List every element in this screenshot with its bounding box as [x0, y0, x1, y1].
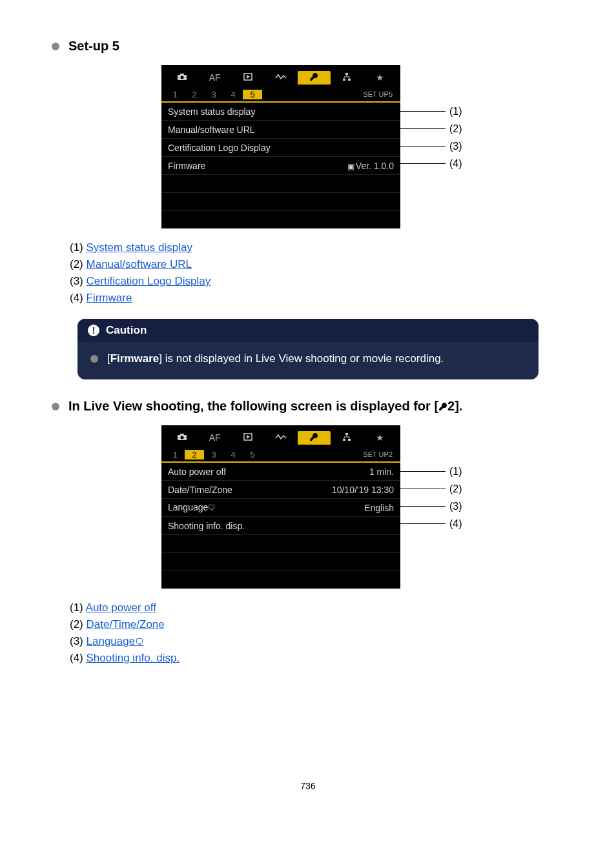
- callout-2: (2): [400, 120, 462, 137]
- tab-star-icon: ★: [364, 72, 396, 83]
- page-tab-4: 4: [223, 90, 243, 99]
- callout-3: (3): [400, 137, 462, 155]
- page-tab-2: 2: [185, 90, 204, 99]
- page-tab-3: 3: [204, 450, 223, 459]
- page-tab-bar: 1 2 3 4 5 SET UP5: [161, 87, 400, 103]
- menu-row: Firmware ▣Ver. 1.0.0: [161, 157, 400, 175]
- camera-icon: ▣: [347, 162, 354, 171]
- callout-4: (4): [400, 155, 462, 172]
- svg-rect-7: [348, 79, 351, 81]
- menu-label: Shooting info. disp.: [168, 521, 245, 531]
- legend-item: (2) Date/Time/Zone: [70, 618, 564, 631]
- tab-camera-icon: [165, 72, 198, 83]
- menu-label: Certification Logo Display: [168, 143, 271, 153]
- menu-label: Manual/software URL: [168, 125, 255, 135]
- menu-label: Date/Time/Zone: [168, 485, 232, 495]
- tab-network-icon: [331, 72, 364, 83]
- menu-row: Certification Logo Display: [161, 139, 400, 157]
- menu-label: Auto power off: [168, 467, 226, 477]
- page-label: SET UP2: [363, 450, 396, 458]
- legend-item: (2) Manual/software URL: [70, 258, 564, 271]
- tab-af: AF: [198, 432, 231, 443]
- legend-item: (3) Language🗨: [70, 635, 564, 648]
- callout-1: (1): [400, 463, 462, 480]
- tab-camera-icon: [165, 432, 198, 443]
- section-heading: In Live View shooting, the following scr…: [52, 399, 564, 414]
- svg-marker-4: [247, 75, 250, 79]
- callout-column: (1) (2) (3) (4): [400, 65, 462, 172]
- menu-row: Language🗨 English: [161, 499, 400, 517]
- svg-marker-12: [247, 435, 250, 439]
- svg-rect-14: [343, 439, 345, 441]
- svg-point-2: [180, 76, 183, 79]
- svg-point-10: [180, 436, 183, 439]
- legend-item: (4) Firmware: [70, 292, 564, 305]
- callout-3: (3): [400, 498, 462, 515]
- top-tab-bar: AF ★: [161, 65, 400, 87]
- legend-list: (1) System status display (2) Manual/sof…: [70, 241, 564, 305]
- page-tab-5: 5: [243, 90, 262, 99]
- page-tab-bar: 1 2 3 4 5 SET UP2: [161, 447, 400, 463]
- tab-play-icon: [231, 72, 264, 83]
- menu-value: 1 min.: [369, 467, 394, 477]
- menu-row: System status display: [161, 103, 400, 121]
- menu-value: ▣Ver. 1.0.0: [347, 161, 394, 171]
- tab-wave-icon: [264, 432, 297, 443]
- page-tab-4: 4: [223, 450, 243, 459]
- menu-label: System status display: [168, 106, 255, 117]
- link-system-status[interactable]: System status display: [87, 241, 192, 254]
- page-tab-3: 3: [204, 90, 223, 99]
- link-cert-logo[interactable]: Certification Logo Display: [87, 275, 211, 287]
- caution-text: [Firmware] is not displayed in Live View…: [107, 352, 444, 365]
- menu-value: 10/10/'19 13:30: [332, 485, 394, 495]
- caution-box: ! Caution [Firmware] is not displayed in…: [77, 319, 539, 379]
- callout-2: (2): [400, 480, 462, 498]
- svg-rect-6: [343, 79, 345, 81]
- caution-title: Caution: [106, 324, 147, 337]
- bullet-icon: [90, 355, 98, 363]
- legend-list: (1) Auto power off (2) Date/Time/Zone (3…: [70, 601, 564, 665]
- link-firmware[interactable]: Firmware: [87, 292, 132, 304]
- svg-rect-9: [180, 434, 184, 436]
- bullet-icon: [52, 43, 59, 50]
- tab-star-icon: ★: [364, 432, 396, 443]
- link-auto-power-off[interactable]: Auto power off: [86, 601, 156, 614]
- page-number: 736: [52, 781, 564, 791]
- camera-menu-screenshot: AF ★ 1 2 3 4 5 SET UP5 System status dis: [161, 65, 400, 228]
- link-shooting-info[interactable]: Shooting info. disp.: [87, 652, 180, 664]
- legend-item: (1) System status display: [70, 241, 564, 254]
- caution-icon: !: [88, 325, 99, 336]
- callout-column: (1) (2) (3) (4): [400, 425, 462, 532]
- menu-row: Shooting info. disp.: [161, 517, 400, 535]
- link-language[interactable]: Language🗨: [87, 635, 144, 647]
- menu-row: Date/Time/Zone 10/10/'19 13:30: [161, 481, 400, 499]
- menu-value: English: [364, 503, 394, 513]
- legend-item: (4) Shooting info. disp.: [70, 652, 564, 665]
- menu-row: Auto power off 1 min.: [161, 463, 400, 481]
- link-manual-url[interactable]: Manual/software URL: [87, 258, 192, 270]
- svg-rect-1: [180, 74, 184, 76]
- screenshot-setup2: AF ★ 1 2 3 4 5 SET UP2 Auto power off: [52, 425, 564, 589]
- top-tab-bar: AF ★: [161, 425, 400, 447]
- page-tab-5: 5: [243, 450, 262, 459]
- legend-item: (1) Auto power off: [70, 601, 564, 614]
- section-title: Set-up 5: [68, 39, 119, 54]
- language-icon: 🗨: [135, 637, 143, 647]
- tab-wrench-icon: [298, 71, 331, 85]
- screenshot-setup5: AF ★ 1 2 3 4 5 SET UP5 System status dis: [52, 65, 564, 228]
- tab-wave-icon: [264, 72, 297, 83]
- menu-row: Manual/software URL: [161, 121, 400, 139]
- page-label: SET UP5: [363, 90, 396, 98]
- legend-item: (3) Certification Logo Display: [70, 275, 564, 288]
- tab-play-icon: [231, 432, 264, 443]
- caution-header: ! Caution: [77, 319, 539, 342]
- link-date-time-zone[interactable]: Date/Time/Zone: [87, 618, 165, 631]
- section-title: In Live View shooting, the following scr…: [68, 399, 462, 414]
- page-tab-1: 1: [165, 450, 185, 459]
- svg-rect-13: [345, 433, 348, 435]
- callout-1: (1): [400, 103, 462, 120]
- section-heading: Set-up 5: [52, 39, 564, 54]
- svg-rect-5: [345, 73, 348, 75]
- page-tab-2: 2: [185, 450, 204, 459]
- menu-label: Language🗨: [168, 502, 216, 512]
